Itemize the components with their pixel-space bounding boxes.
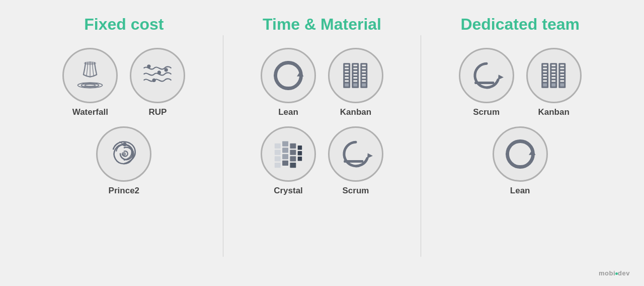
- scrum2-circle: [459, 48, 514, 103]
- scrum-icon-1: [339, 137, 373, 171]
- svg-rect-65: [551, 68, 555, 69]
- fixed-cost-row-1: Waterfall: [62, 48, 185, 117]
- svg-rect-38: [275, 156, 281, 161]
- time-material-row-2: Crystal: [261, 126, 383, 196]
- svg-rect-30: [362, 68, 366, 69]
- svg-rect-78: [560, 84, 564, 87]
- scrum2-item: Scrum: [459, 48, 514, 117]
- mobidev-logo: mobidev: [599, 269, 630, 277]
- scrum1-label: Scrum: [343, 186, 369, 196]
- svg-rect-25: [353, 77, 357, 79]
- crystal-label: Crystal: [274, 186, 303, 196]
- svg-rect-64: [551, 64, 555, 66]
- svg-rect-33: [362, 77, 366, 79]
- svg-rect-46: [290, 156, 296, 161]
- svg-rect-22: [353, 68, 357, 69]
- svg-rect-49: [298, 151, 302, 156]
- crystal-item: Crystal: [261, 126, 316, 196]
- scrum-icon-2: [469, 58, 504, 93]
- svg-rect-41: [282, 148, 288, 153]
- svg-point-4: [148, 65, 150, 67]
- divider-2: [421, 35, 421, 257]
- lean-icon-1: [271, 58, 305, 93]
- svg-rect-29: [362, 64, 366, 66]
- scrum2-label: Scrum: [473, 107, 500, 117]
- svg-rect-50: [298, 157, 302, 161]
- svg-rect-42: [282, 154, 288, 159]
- svg-rect-21: [353, 64, 357, 66]
- svg-rect-76: [560, 77, 564, 79]
- kanban-icon-2: [538, 58, 570, 93]
- svg-rect-62: [543, 84, 547, 87]
- time-material-row-1: Lean: [261, 48, 383, 117]
- svg-point-3: [84, 61, 97, 65]
- fixed-cost-title: Fixed cost: [84, 15, 164, 34]
- svg-rect-34: [362, 80, 366, 82]
- svg-rect-35: [362, 84, 366, 87]
- svg-rect-56: [543, 64, 547, 66]
- rup-item: RUP: [130, 48, 185, 117]
- prince2-circle: [96, 126, 151, 182]
- crystal-circle: [261, 126, 316, 182]
- kanban1-circle: [328, 48, 383, 103]
- svg-rect-36: [275, 144, 281, 149]
- svg-point-79: [516, 150, 524, 159]
- svg-rect-57: [543, 68, 547, 69]
- svg-point-10: [284, 72, 293, 80]
- lean2-circle: [493, 126, 548, 182]
- waterfall-item: Waterfall: [62, 48, 118, 117]
- lean1-label: Lean: [278, 107, 298, 117]
- svg-rect-68: [551, 77, 555, 79]
- lean1-item: Lean: [261, 48, 316, 117]
- svg-rect-43: [282, 161, 288, 166]
- time-material-icons: Lean: [261, 48, 383, 196]
- dedicated-team-row-1: Scrum: [459, 48, 582, 117]
- svg-marker-51: [367, 153, 373, 158]
- svg-point-6: [153, 79, 155, 82]
- svg-rect-19: [345, 84, 349, 87]
- svg-rect-54: [474, 82, 494, 84]
- svg-rect-52: [344, 160, 363, 163]
- svg-rect-47: [290, 163, 296, 168]
- kanban2-label: Kanban: [538, 107, 570, 117]
- waterfall-icon: [72, 58, 108, 93]
- main-container: Fixed cost: [0, 0, 644, 286]
- svg-rect-24: [353, 74, 357, 76]
- dedicated-team-icons: Scrum: [459, 48, 582, 196]
- svg-rect-70: [551, 84, 555, 87]
- mobidev-dot: [615, 272, 618, 275]
- svg-rect-32: [362, 74, 366, 76]
- svg-rect-18: [345, 80, 349, 82]
- lean-icon-2: [503, 137, 537, 171]
- section-dedicated-team: Dedicated team Scrum: [426, 15, 614, 196]
- scrum1-item: Scrum: [328, 126, 383, 196]
- svg-rect-77: [560, 80, 564, 82]
- section-time-material: Time & Material: [228, 15, 416, 196]
- svg-rect-17: [345, 77, 349, 79]
- lean2-label: Lean: [510, 186, 530, 196]
- waterfall-label: Waterfall: [72, 107, 108, 117]
- svg-point-9: [122, 152, 126, 157]
- kanban2-circle: [526, 48, 582, 103]
- dedicated-team-row-2: Lean: [493, 126, 548, 196]
- dedicated-team-title: Dedicated team: [460, 15, 580, 34]
- rup-circle: [130, 48, 185, 103]
- svg-marker-53: [498, 75, 504, 80]
- svg-rect-73: [560, 68, 564, 69]
- svg-rect-61: [543, 80, 547, 82]
- svg-rect-27: [353, 84, 357, 87]
- svg-point-2: [85, 84, 96, 86]
- svg-point-7: [165, 68, 168, 71]
- svg-rect-16: [345, 74, 349, 76]
- svg-rect-39: [275, 163, 281, 168]
- svg-rect-23: [353, 71, 357, 73]
- kanban-icon-1: [340, 58, 371, 93]
- prince2-item: Prince2: [96, 126, 151, 196]
- svg-rect-58: [543, 71, 547, 73]
- svg-rect-14: [345, 68, 349, 69]
- svg-rect-74: [560, 71, 564, 73]
- svg-rect-69: [551, 80, 555, 82]
- svg-rect-13: [345, 64, 349, 66]
- kanban2-item: Kanban: [526, 48, 582, 117]
- svg-rect-48: [298, 146, 302, 150]
